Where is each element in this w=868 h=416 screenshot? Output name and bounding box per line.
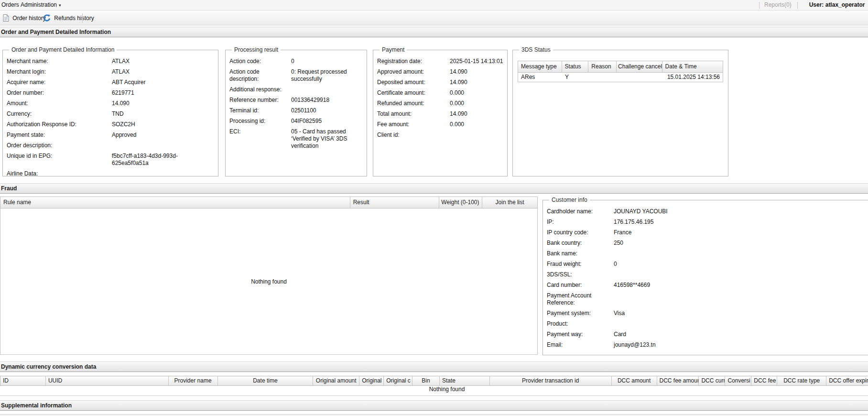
column-header[interactable]: State: [440, 376, 490, 385]
chevron-down-icon: ▾: [59, 3, 61, 8]
column-header[interactable]: Bin: [412, 376, 440, 385]
field-label: Acquirer name:: [7, 79, 112, 86]
field-label: Total amount:: [377, 110, 450, 118]
column-header[interactable]: Join the list: [482, 197, 537, 208]
info-row: Product:: [547, 320, 868, 328]
field-value: 0.000: [450, 89, 503, 97]
field-label: Authorization Response ID:: [7, 121, 112, 128]
field-label: Bank country:: [547, 240, 614, 247]
field-label: Registration date:: [377, 58, 450, 65]
fraud-table-body: Nothing found: [0, 208, 538, 355]
info-row: Fraud weight: 0: [547, 261, 868, 268]
info-row: Merchant name: ATLAX: [7, 58, 214, 65]
field-label: Terminal id:: [229, 107, 291, 114]
field-label: Payment system:: [547, 310, 614, 317]
column-header[interactable]: DCC rate type: [777, 376, 826, 385]
field-value: France: [614, 229, 868, 236]
field-value: 176.175.46.195: [614, 219, 868, 226]
supplemental-table-header-partial: [0, 414, 868, 416]
info-row: Processing id: 04IF082595: [229, 118, 363, 125]
field-value: [614, 292, 868, 307]
field-value: 14.090: [112, 100, 214, 107]
column-header[interactable]: Original f: [359, 376, 384, 385]
payment-legend: Payment: [380, 46, 407, 53]
field-label: Currency:: [7, 110, 112, 118]
field-label: Certificate amount:: [377, 89, 450, 97]
info-row: Total amount: 14.090: [377, 110, 503, 118]
column-header[interactable]: DCC offer expiry: [826, 376, 868, 385]
refunds-history-button[interactable]: Refunds history: [41, 13, 96, 23]
column-header[interactable]: Weight (0-100): [439, 197, 482, 208]
info-row: 3DS/SSL:: [547, 271, 868, 278]
info-row: Merchant login: ATLAX: [7, 68, 214, 76]
payment-fieldset: Payment Registration date: 2025-01-15 14…: [373, 46, 508, 176]
menu-separator: [797, 2, 798, 9]
column-header[interactable]: Result: [350, 197, 440, 208]
column-header[interactable]: Challenge cancel: [617, 61, 662, 72]
order-info-fieldset: Order and Payment Detailed Information M…: [2, 46, 218, 176]
column-header[interactable]: Date & Time: [662, 61, 723, 72]
menu-administration[interactable]: Administration▾: [21, 0, 61, 11]
field-value: [614, 271, 868, 278]
column-header[interactable]: DCC fee amount: [657, 376, 699, 385]
section-header-fraud: Fraud: [0, 183, 868, 194]
field-value: Card: [614, 331, 868, 338]
field-value: f5bc7cff-a183-4d3d-993d-625ea5f0a51a: [112, 153, 214, 167]
info-row: Registration date: 2025-01-15 14:13:01: [377, 58, 503, 65]
field-label: Reference number:: [229, 97, 291, 104]
field-label: ECI:: [229, 128, 291, 150]
column-header[interactable]: DCC amount: [612, 376, 657, 385]
customer-info-legend: Customer info: [549, 197, 590, 203]
field-label: Action code:: [229, 58, 291, 65]
column-header[interactable]: ID: [0, 376, 46, 385]
customer-info-fieldset: Customer info Cardholder name: JOUNAYD Y…: [542, 197, 868, 355]
column-header[interactable]: Provider name: [169, 376, 218, 385]
field-label: Action code description:: [229, 68, 291, 83]
section-header-main: Order and Payment Detailed Information: [0, 27, 868, 37]
menu-orders[interactable]: Orders: [1, 0, 19, 10]
field-value: 2025-01-15 14:13:01: [450, 58, 503, 65]
info-row: IP: 176.175.46.195: [547, 219, 868, 226]
dcc-table-body: Nothing found: [0, 386, 868, 396]
column-header[interactable]: UUID: [46, 376, 169, 385]
menu-bar: Orders Administration▾ Reports(0)User: a…: [0, 0, 868, 11]
field-label: Client id:: [377, 131, 450, 139]
column-header[interactable]: Date time: [218, 376, 314, 385]
info-row: Action code: 0: [229, 58, 363, 65]
info-row: Fee amount: 0.000: [377, 121, 503, 128]
column-header[interactable]: Original c: [384, 376, 412, 385]
field-value: [112, 170, 214, 177]
cell-datetime: 15.01.2025 14:13:56: [663, 73, 723, 82]
info-row: Authorization Response ID: SOZC2H: [7, 121, 214, 128]
column-header[interactable]: DCC curr: [699, 376, 725, 385]
field-value: 0: Request processed successfully: [291, 68, 363, 83]
field-label: Merchant login:: [7, 68, 112, 76]
processing-result-legend: Processing result: [232, 46, 281, 53]
field-label: Processing id:: [229, 118, 291, 125]
cell-message-type: ARes: [518, 73, 562, 82]
field-label: Merchant name:: [7, 58, 112, 65]
column-header[interactable]: DCC fee: [751, 376, 777, 385]
info-row: Acquirer name: ABT Acquirer: [7, 79, 214, 86]
column-header[interactable]: Original amount: [313, 376, 359, 385]
info-row: Action code description: 0: Request proc…: [229, 68, 363, 83]
column-header[interactable]: Status: [562, 61, 589, 72]
field-value: TND: [112, 110, 214, 118]
column-header[interactable]: Conversi: [725, 376, 751, 385]
field-label: Bank name:: [547, 250, 614, 257]
refresh-icon: [43, 14, 51, 22]
info-row: Payment system: Visa: [547, 310, 868, 317]
info-row: Payment way: Card: [547, 331, 868, 338]
table-row[interactable]: ARes Y 15.01.2025 14:13:56: [518, 73, 723, 82]
column-header[interactable]: Provider transaction id: [490, 376, 612, 385]
menu-reports[interactable]: Reports(0): [764, 1, 792, 8]
field-value: 05 - Card has passed ‘Verified by VISA’ …: [291, 128, 363, 150]
field-value: 416598**4669: [614, 282, 868, 289]
field-label: Order number:: [7, 89, 112, 97]
column-header[interactable]: Message type: [518, 61, 562, 72]
column-header[interactable]: Reason: [588, 61, 617, 72]
info-row: Approved amount: 14.090: [377, 68, 503, 76]
field-value: 14.090: [450, 79, 503, 86]
column-header[interactable]: Rule name: [0, 197, 350, 208]
info-row: Bank name:: [547, 250, 868, 257]
